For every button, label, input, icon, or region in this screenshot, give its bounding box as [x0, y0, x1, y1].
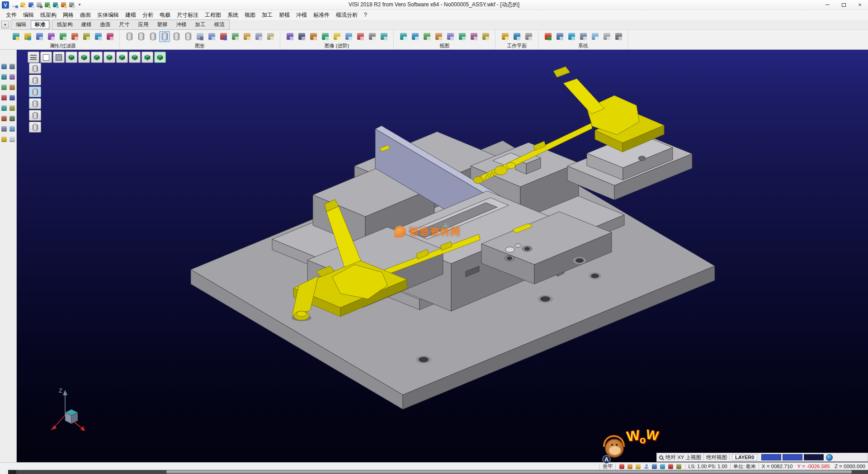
- menu-edit[interactable]: 编辑: [20, 10, 37, 20]
- shadow-icon[interactable]: [296, 31, 307, 42]
- grid-snap-icon[interactable]: [9, 126, 16, 133]
- new-file-icon[interactable]: [11, 1, 19, 9]
- menu-help[interactable]: ?: [361, 11, 370, 19]
- extend-tool-icon[interactable]: [9, 95, 16, 101]
- undo-icon[interactable]: [44, 1, 51, 9]
- tabbar-dropdown-icon[interactable]: ▼: [1, 21, 9, 28]
- layer-box-4-icon[interactable]: [159, 31, 170, 42]
- viewbar-menu-icon[interactable]: [28, 52, 39, 63]
- measure-tool-icon[interactable]: [1, 105, 8, 112]
- layer-box-6-icon[interactable]: [183, 31, 193, 42]
- maximize-button[interactable]: [835, 0, 852, 9]
- section-view-icon[interactable]: [355, 31, 366, 42]
- active-layer-button[interactable]: LAYER0: [732, 454, 757, 460]
- menu-standard-parts[interactable]: 标准件: [310, 10, 333, 20]
- undo-tool-icon[interactable]: [9, 115, 16, 122]
- tab-die[interactable]: 冲模: [172, 20, 191, 29]
- color-filter-icon[interactable]: [22, 31, 33, 42]
- tab-surface[interactable]: 曲面: [96, 20, 115, 29]
- menu-modeling[interactable]: 建模: [122, 10, 139, 20]
- status-snap-icon[interactable]: [675, 464, 682, 469]
- tab-standard[interactable]: 标准: [31, 20, 49, 29]
- menu-solid-edit[interactable]: 实体编辑: [94, 10, 122, 20]
- bucket-3-icon[interactable]: [29, 86, 41, 97]
- menu-analysis[interactable]: 分析: [139, 10, 156, 20]
- tab-machining[interactable]: 加工: [191, 20, 210, 29]
- snowflake-icon[interactable]: [590, 31, 600, 42]
- zoom-window-icon[interactable]: [410, 31, 420, 42]
- iso-view-4-icon[interactable]: [104, 52, 115, 63]
- workplane-align-icon[interactable]: [511, 31, 522, 42]
- iso-view-6-icon[interactable]: [129, 52, 141, 63]
- layers-panel-icon[interactable]: [253, 31, 264, 42]
- iso-view-7-icon[interactable]: [142, 52, 153, 63]
- delete-tool-icon[interactable]: [1, 115, 8, 122]
- pan-view-icon[interactable]: [421, 31, 432, 42]
- menu-drawing[interactable]: 工程图: [202, 10, 224, 20]
- scissors-icon[interactable]: [9, 63, 16, 70]
- draft-analysis-icon[interactable]: [378, 31, 389, 42]
- zoom-all-icon[interactable]: [398, 31, 409, 42]
- iso-view-8-icon[interactable]: [154, 52, 166, 63]
- dynamic-view-icon[interactable]: [457, 31, 467, 42]
- reset-filter-icon[interactable]: [104, 31, 115, 42]
- zebra-icon[interactable]: [367, 31, 377, 42]
- monitor-icon[interactable]: [554, 31, 565, 42]
- menu-moldflow[interactable]: 模流分析: [333, 10, 361, 20]
- dimension-tool-icon[interactable]: [9, 105, 16, 112]
- system-colors-icon[interactable]: [542, 31, 553, 42]
- plot-icon[interactable]: [613, 31, 624, 42]
- layer-filter-icon[interactable]: [34, 31, 45, 42]
- scrollbar-left-box[interactable]: [0, 470, 8, 474]
- tab-wireframe[interactable]: 线架构: [53, 20, 77, 29]
- transparency-icon[interactable]: [343, 31, 354, 42]
- iso-view-3-icon[interactable]: [91, 52, 103, 63]
- qat-dropdown-icon[interactable]: ▼: [75, 3, 84, 7]
- absolute-view-label[interactable]: 绝对视图: [706, 454, 727, 461]
- save-file-icon[interactable]: [28, 1, 35, 9]
- view-plane-light-icon[interactable]: [40, 52, 52, 63]
- linetype-filter-icon[interactable]: [46, 31, 57, 42]
- tab-dimension[interactable]: 尺寸: [115, 20, 134, 29]
- light-icon[interactable]: [331, 31, 342, 42]
- open-file-icon[interactable]: [19, 1, 27, 9]
- scrollbar-thumb[interactable]: [166, 470, 852, 474]
- offset-tool-icon[interactable]: [9, 84, 16, 91]
- element-filter-icon[interactable]: [57, 31, 68, 42]
- layer-box-3-icon[interactable]: [147, 31, 158, 42]
- menu-machining[interactable]: 加工: [259, 10, 276, 20]
- grid-icon[interactable]: [230, 31, 241, 42]
- clipboard-icon[interactable]: [9, 136, 16, 143]
- move-tool-icon[interactable]: [1, 74, 8, 81]
- snap-settings-icon[interactable]: [1, 126, 8, 133]
- tab-application[interactable]: 应用: [134, 20, 153, 29]
- menu-die[interactable]: 冲模: [293, 10, 310, 20]
- menu-mold[interactable]: 塑模: [276, 10, 293, 20]
- bucket-4-icon[interactable]: [29, 98, 41, 109]
- tab-mold[interactable]: 塑膜: [153, 20, 172, 29]
- globe-icon[interactable]: [566, 31, 577, 42]
- menu-view[interactable]: 视图: [241, 10, 259, 20]
- tab-edit[interactable]: 编辑: [12, 20, 30, 29]
- material-icon[interactable]: [308, 31, 319, 42]
- bucket-6-icon[interactable]: [29, 122, 41, 133]
- menu-system[interactable]: 系统: [224, 10, 241, 20]
- attributes-icon[interactable]: [10, 31, 21, 42]
- minimize-button[interactable]: [819, 0, 835, 9]
- mask-icon[interactable]: [69, 31, 80, 42]
- tab-moldflow[interactable]: 模流: [210, 20, 229, 29]
- render-mode-icon[interactable]: [284, 31, 295, 42]
- iso-view-5-icon[interactable]: [116, 52, 128, 63]
- rotate-tool-icon[interactable]: [9, 74, 16, 81]
- close-button[interactable]: ×: [852, 0, 868, 9]
- help-icon[interactable]: [60, 1, 67, 9]
- redo-icon[interactable]: [52, 1, 59, 9]
- workplane-create-icon[interactable]: [500, 31, 510, 42]
- rotate-view-icon[interactable]: [433, 31, 444, 42]
- view-wireframe-icon[interactable]: [194, 31, 205, 42]
- image-plane-icon[interactable]: [241, 31, 252, 42]
- paint-bucket-icon[interactable]: [1, 136, 8, 143]
- quick-filter-icon[interactable]: [93, 31, 104, 42]
- layer-box-1-icon[interactable]: [124, 31, 135, 42]
- refresh-view-icon[interactable]: [480, 31, 491, 42]
